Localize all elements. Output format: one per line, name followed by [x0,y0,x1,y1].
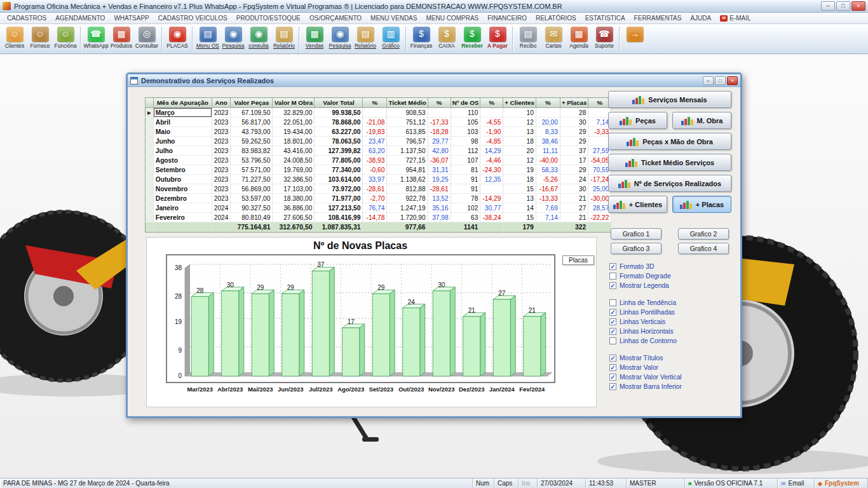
minimize-button[interactable]: – [821,1,835,11]
button-placas[interactable]: + Placas [672,196,731,213]
checkbox-box[interactable] [609,337,616,344]
toolbar-fornece[interactable]: ☺Fornece [27,25,53,49]
button-m-obra[interactable]: M. Obra [672,112,731,129]
menu-item-os-orcamento[interactable]: OS/ORÇAMENTO [305,13,366,23]
toolbar-recibo[interactable]: ▤Recibo [515,25,541,49]
child-close-button[interactable]: × [727,76,738,85]
toolbar-a-pagar[interactable]: $A Pagar [485,25,510,49]
toolbar-vendas[interactable]: ▦Vendas [302,25,327,49]
button-grafico-3[interactable]: Grafico 3 [611,243,661,254]
checkbox-linha-de-tendencia[interactable]: Linha de Tendência [609,298,731,308]
menu-item-estatistica[interactable]: ESTATISTICA [581,13,630,23]
toolbar-cartas[interactable]: ✉Cartas [541,25,566,49]
checkbox-linhas-de-contorno[interactable]: Linhas de Contorno [609,336,731,346]
checkbox-box[interactable]: ✓ [609,364,616,371]
menu-item-relatorios[interactable]: RELATÓRIOS [531,13,581,23]
checkbox-formato-degrade[interactable]: Formato Degrade [609,271,731,281]
button-grafico-1[interactable]: Grafico 1 [611,228,661,240]
menu-item-financeiro[interactable]: FINANCEIRO [483,13,531,23]
table-row[interactable]: Fevereiro202480.810,4927.606,50108.416,9… [146,213,611,222]
toolbar-relatorio[interactable]: ▤Relatório [271,25,297,49]
table-row[interactable]: Julho202383.983,8243.416,00127.399,8263,… [146,146,611,156]
button-servicos-mensais[interactable]: Serviços Mensais [608,91,731,108]
toolbar-relatorio[interactable]: ▤Relatório [353,25,378,49]
table-row[interactable]: Junho202359.262,5018.801,0078.063,5023,4… [146,137,611,146]
checkbox-box[interactable]: ✓ [609,383,616,390]
button-grafico-2[interactable]: Grafico 2 [678,228,729,240]
checkbox-mostrar-legenda[interactable]: ✓Mostrar Legenda [609,281,731,290]
toolbar-placas[interactable]: ◉PLACAS [165,25,190,49]
menu-item-ajuda[interactable]: AJUDA [686,13,715,23]
menu-item-menu-vendas[interactable]: MENU VENDAS [366,13,421,23]
toolbar-financas[interactable]: $Finanças [409,25,434,49]
checkbox-mostrar-valor[interactable]: ✓Mostrar Valor [609,363,731,372]
menu-item-ferramentas[interactable]: FERRAMENTAS [630,13,686,23]
button-clientes[interactable]: + Clientes [608,196,667,213]
status-brand[interactable]: ◆FpqSystem [815,478,868,488]
checkbox-box[interactable]: ✓ [609,309,616,316]
checkbox-linhas-verticais[interactable]: ✓Linhas Verticais [609,317,731,327]
toolbar-sair-icon[interactable]: → [622,25,648,43]
checkbox-mostrar-valor-vertical[interactable]: ✓Mostrar Valor Vertical [609,372,731,382]
toolbar-caixa[interactable]: $CAIXA [434,25,459,49]
toolbar-produtos[interactable]: ▦Produtos [109,25,134,49]
menu-item-e-mail[interactable]: ✉E-MAIL [715,13,755,23]
column-header-mes-de-apuracao[interactable]: Mês de Apuração [153,98,212,108]
button-pecas-x-mao-de-obra[interactable]: Peças x Mão de Obra [608,133,731,150]
column-header-item[interactable]: % [428,98,451,108]
menu-item-produto-estoque[interactable]: PRODUTO/ESTOQUE [232,13,305,23]
toolbar-pesquisa[interactable]: ◉Pesquisa [220,25,246,49]
toolbar-clientes[interactable]: ☺Clientes [2,25,27,49]
column-header-valor-total[interactable]: Valor Total [315,98,363,108]
column-header-item[interactable]: % [480,98,503,108]
checkbox-box[interactable]: ✓ [609,282,616,289]
table-row[interactable]: Setembro202357.571,0019.769,0077.340,00-… [146,165,611,175]
maximize-button[interactable]: □ [836,1,850,11]
column-header-clientes[interactable]: + Clientes [503,98,536,108]
button-ticket-medio-servicos[interactable]: Ticket Médio Serviços [608,154,731,171]
checkbox-box[interactable]: ✓ [609,374,616,381]
toolbar-funciona[interactable]: ☺Funcióna [53,25,78,49]
column-header-valor-m-obra[interactable]: Valor M Obra [273,98,315,108]
menu-item-menu-compras[interactable]: MENU COMPRAS [421,13,483,23]
checkbox-box[interactable]: ✓ [609,355,616,362]
menu-item-cadastros[interactable]: CADASTROS [3,13,51,23]
checkbox-box[interactable] [609,299,616,306]
checkbox-box[interactable]: ✓ [609,263,616,270]
toolbar-whatsapp[interactable]: ☎WhatsApp [83,25,109,49]
button-grafico-4[interactable]: Grafico 4 [678,243,729,254]
column-header-valor-pecas[interactable]: Valor Peças [231,98,273,108]
checkbox-mostrar-barra-inferior[interactable]: ✓Mostrar Barra Inferior [609,382,731,391]
checkbox-linhas-horizontais[interactable]: ✓Linhas Horizontais [609,327,731,336]
table-row[interactable]: Outubro202371.227,5032.386,50103.614,003… [146,175,611,184]
toolbar-consulta[interactable]: ◉consulta [246,25,271,49]
toolbar-receber[interactable]: $Receber [459,25,485,49]
toolbar-pesquisa[interactable]: ◉Pesquisa [327,25,353,49]
column-header-item[interactable]: % [363,98,387,108]
toolbar-suporte[interactable]: ☎Suporte [592,25,617,49]
column-header-ano[interactable]: Ano [212,98,231,108]
menu-item-whatsapp[interactable]: WHATSAPP [109,13,153,23]
checkbox-mostrar-titulos[interactable]: ✓Mostrar Títulos [609,353,731,363]
table-row[interactable]: ▶Março202367.109,5032.829,0099.938,50908… [146,108,611,118]
toolbar-menu-os[interactable]: ▤Menu OS [195,25,220,49]
services-table[interactable]: Mês de ApuraçãoAnoValor PeçasValor M Obr… [145,97,611,233]
table-row[interactable]: Agosto202353.796,5024.008,5077.805,00-38… [146,156,611,165]
menu-item-agendamento[interactable]: AGENDAMENTO [51,13,109,23]
table-row[interactable]: Janeiro202490.327,5036.886,00127.213,507… [146,203,611,213]
checkbox-box[interactable]: ✓ [609,328,616,335]
table-row[interactable]: Maio202343.793,0019.434,0063.227,00-19,8… [146,127,611,137]
column-header-item[interactable]: % [536,98,560,108]
button-n-de-servicos-realizados[interactable]: Nº de Serviços Realizados [608,175,731,192]
menu-item-cadastro-veiculos[interactable]: CADASTRO VEICULOS [154,13,232,23]
column-header-ticket-medio[interactable]: Ticket Médio [387,98,428,108]
column-header-placas[interactable]: + Placas [560,98,588,108]
child-maximize-button[interactable]: □ [715,76,726,85]
checkbox-box[interactable] [609,273,616,280]
child-minimize-button[interactable]: – [703,76,714,85]
table-row[interactable]: Dezembro202353.597,0018.380,0071.977,00-… [146,194,611,203]
table-row[interactable]: Abril202356.817,0022.051,0078.868,00-21,… [146,118,611,127]
toolbar-grafico[interactable]: ▥Gráfico [378,25,403,49]
button-pecas[interactable]: Peças [608,112,667,129]
checkbox-formato-3d[interactable]: ✓Formato 3D [609,262,731,271]
